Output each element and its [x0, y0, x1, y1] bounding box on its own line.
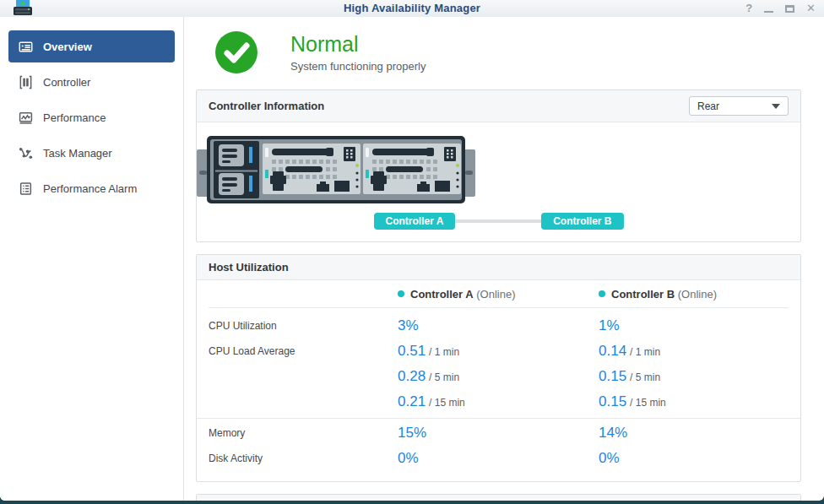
column-name: Controller B: [611, 288, 675, 301]
performance-icon: [19, 111, 33, 125]
sidebar-item-label: Performance: [43, 111, 106, 124]
view-selector-value: Rear: [697, 100, 719, 112]
cell-unit: / 1 min: [630, 346, 660, 358]
online-status-dot: [398, 290, 404, 297]
cell-value: 0.15: [599, 368, 626, 384]
close-icon[interactable]: ✕: [806, 1, 816, 16]
column-name: Controller A: [410, 288, 474, 301]
cell-unit: / 15 min: [630, 397, 666, 409]
app-window: High Availability Manager ? ✕ Overview C…: [0, 0, 824, 501]
task-manager-icon: [19, 146, 33, 160]
sidebar-item-performance-alarm[interactable]: Performance Alarm: [8, 172, 175, 204]
window-title: High Availability Manager: [0, 2, 824, 14]
status-ok-icon: [214, 30, 258, 74]
cell-value: 0%: [398, 450, 419, 466]
status-subtitle: System functioning properly: [290, 60, 426, 73]
controller-illustration-area: Controller A Controller B: [197, 122, 800, 241]
row-label: Disk Activity: [209, 453, 398, 464]
column-controller-a: Controller A (Online): [398, 288, 599, 301]
cell-value: 0.15: [599, 393, 626, 409]
panel-title: Host Utilization: [209, 261, 289, 274]
cell-unit: / 5 min: [429, 371, 459, 383]
cell-value: 0.21: [398, 393, 426, 409]
controller-b-badge[interactable]: Controller B: [541, 213, 623, 230]
overview-icon: [19, 40, 33, 54]
chevron-down-icon: [772, 104, 780, 109]
cell-value: 15%: [398, 425, 426, 441]
table-row: CPU Utilization 3% 1%: [209, 313, 789, 339]
table-section-divider: [197, 418, 800, 419]
column-controller-b: Controller B (Online): [599, 288, 789, 301]
help-icon[interactable]: ?: [745, 1, 752, 16]
maximize-icon[interactable]: [785, 5, 794, 13]
sidebar-item-label: Task Manager: [43, 147, 112, 160]
chassis-rear-illustration: [197, 136, 475, 203]
table-row: CPU Load Average 0.51/ 1 min 0.14/ 1 min: [209, 339, 789, 364]
view-selector-dropdown[interactable]: Rear: [689, 96, 789, 116]
cell-value: 3%: [398, 317, 419, 333]
cell-value: 0.28: [398, 368, 426, 384]
sidebar: Overview Controller Performance: [0, 17, 184, 501]
sidebar-item-overview[interactable]: Overview: [8, 30, 175, 62]
table-row: 0.28/ 5 min 0.15/ 5 min: [209, 364, 789, 389]
sidebar-item-label: Controller: [43, 76, 90, 89]
row-label: CPU Load Average: [209, 345, 398, 357]
host-utilization-table: Controller A (Online) Controller B (Onli…: [197, 280, 800, 481]
controller-information-panel: Controller Information Rear: [196, 89, 801, 242]
sidebar-item-controller[interactable]: Controller: [8, 66, 175, 98]
host-utilization-panel: Host Utilization Controller A (Online) C…: [196, 254, 801, 482]
controller-link-line: [455, 219, 541, 223]
window-controls: ? ✕: [745, 1, 816, 16]
table-row: Disk Activity 0% 0%: [209, 446, 789, 471]
sidebar-item-performance[interactable]: Performance: [8, 101, 175, 133]
sidebar-item-task-manager[interactable]: Task Manager: [8, 137, 175, 169]
main-content: Normal System functioning properly Contr…: [185, 17, 824, 501]
cell-value: 0%: [599, 450, 620, 466]
row-label: CPU Utilization: [209, 320, 398, 332]
performance-alarm-icon: [19, 182, 33, 196]
cell-unit: / 5 min: [630, 371, 660, 383]
cell-value: 0.14: [599, 343, 626, 359]
recent-events-header: Recent Important Events: [197, 495, 800, 501]
minimize-icon[interactable]: [764, 5, 773, 13]
cell-unit: / 15 min: [429, 397, 465, 409]
column-status: (Online): [476, 288, 515, 301]
cell-unit: / 1 min: [429, 346, 459, 358]
table-header-row: Controller A (Online) Controller B (Onli…: [209, 280, 789, 308]
table-row: 0.21/ 15 min 0.15/ 15 min: [209, 389, 789, 415]
sidebar-item-label: Performance Alarm: [43, 182, 137, 195]
controller-a-badge[interactable]: Controller A: [374, 213, 456, 230]
title-bar: High Availability Manager ? ✕: [0, 0, 824, 17]
row-label: Memory: [209, 427, 398, 439]
controller-badges: Controller A Controller B: [374, 213, 624, 230]
table-row: Memory 15% 14%: [209, 420, 789, 446]
online-status-dot: [599, 290, 605, 297]
status-title: Normal: [290, 32, 426, 57]
sidebar-item-label: Overview: [43, 41, 92, 53]
column-status: (Online): [678, 288, 717, 301]
host-utilization-header: Host Utilization: [197, 255, 800, 280]
cell-value: 0.51: [398, 343, 426, 359]
controller-icon: [19, 75, 33, 89]
recent-events-panel: Recent Important Events: [196, 494, 801, 501]
cell-value: 14%: [599, 425, 627, 441]
controller-information-header: Controller Information Rear: [197, 90, 800, 122]
system-status: Normal System functioning properly: [214, 30, 801, 74]
panel-title: Controller Information: [209, 100, 324, 112]
cell-value: 1%: [599, 317, 620, 333]
